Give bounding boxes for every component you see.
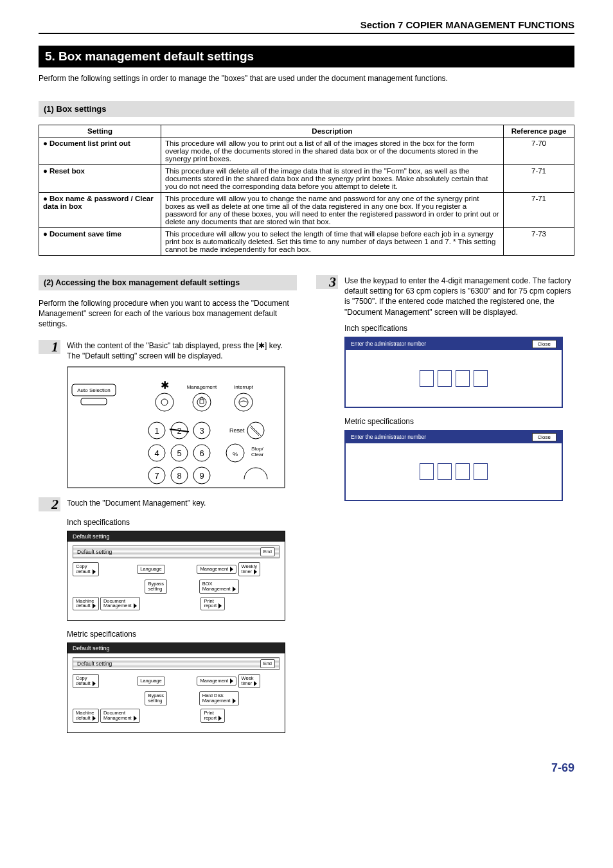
bullet-icon: ●: [43, 195, 49, 202]
document-management-button[interactable]: Document Management: [100, 709, 140, 723]
print-report-button[interactable]: Print report: [200, 709, 225, 723]
language-button[interactable]: Language: [137, 677, 164, 686]
access-para: Perform the following procedure when you…: [39, 298, 297, 330]
svg-text:4: 4: [154, 448, 159, 458]
week-timer-button[interactable]: Week timer: [238, 674, 261, 688]
bullet-icon: ●: [43, 139, 49, 147]
page-title-bar: 5. Box management default settings: [39, 46, 574, 67]
svg-text:6: 6: [199, 448, 204, 458]
settings-table: Setting Description Reference page ●Docu…: [39, 125, 574, 256]
svg-text:Stop/: Stop/: [251, 446, 263, 452]
code-digit[interactable]: [420, 370, 434, 387]
page-number: 7-69: [39, 761, 574, 775]
right-column: 3 Use the keypad to enter the 4-digit ma…: [316, 275, 574, 742]
table-row: ●Reset box This procedure will delete al…: [39, 165, 574, 193]
setting-ref: 7-71: [504, 193, 574, 228]
subheading-1: (1) Box settings: [39, 101, 574, 117]
metric-label: Metric specifications: [67, 630, 297, 639]
bullet-icon: ●: [43, 230, 49, 238]
setting-ref: 7-73: [504, 228, 574, 256]
step-number: 2: [51, 499, 58, 510]
screen-bar-label: Default setting: [77, 660, 112, 667]
auto-selection-label: Auto Selection: [77, 387, 111, 393]
reset-label: Reset: [229, 427, 245, 434]
setting-ref: 7-71: [504, 165, 574, 193]
setting-name: Reset box: [49, 167, 85, 175]
table-row: ●Box name & password / Clear data in box…: [39, 193, 574, 228]
svg-text:%: %: [233, 451, 238, 457]
svg-text:7: 7: [154, 471, 159, 481]
setting-desc: This procedure will delete all of the im…: [161, 165, 504, 193]
default-setting-screen-metric: Default setting Default setting End Copy…: [67, 642, 285, 733]
th-setting: Setting: [39, 125, 161, 137]
step-text: Touch the "Document Management" key.: [67, 497, 206, 511]
inch-label: Inch specifications: [344, 324, 574, 333]
code-digit[interactable]: [420, 463, 434, 480]
inch-label: Inch specifications: [67, 518, 297, 527]
setting-desc: This procedure will allow you to change …: [161, 193, 504, 228]
admin-prompt: Enter the administrator number: [351, 434, 426, 440]
code-digit[interactable]: [456, 463, 470, 480]
th-reference: Reference page: [504, 125, 574, 137]
step-3: 3 Use the keypad to enter the 4-digit ma…: [316, 275, 574, 317]
step-number-box: 2: [39, 497, 60, 511]
setting-name: Box name & password / Clear data in box: [43, 195, 154, 210]
admin-prompt: Enter the administrator number: [351, 341, 426, 347]
bypass-button[interactable]: Bypass setting: [145, 580, 167, 594]
metric-label: Metric specifications: [344, 417, 574, 426]
box-management-button[interactable]: BOX Management: [199, 580, 239, 594]
end-button[interactable]: End: [260, 659, 275, 668]
setting-desc: This procedure will allow you to print o…: [161, 137, 504, 165]
admin-code-screen-inch: Enter the administrator number Close: [344, 337, 563, 408]
step-number: 3: [329, 276, 336, 288]
end-button[interactable]: End: [260, 547, 275, 556]
close-button[interactable]: Close: [532, 433, 556, 441]
bypass-button[interactable]: Bypass setting: [145, 691, 167, 705]
code-digit[interactable]: [438, 463, 452, 480]
svg-text:Clear: Clear: [251, 452, 263, 457]
code-digit[interactable]: [474, 370, 488, 387]
management-button[interactable]: Management: [197, 677, 236, 686]
code-digit[interactable]: [474, 463, 488, 480]
th-description: Description: [161, 125, 504, 137]
control-panel-illustration: Auto Selection ✱ Management Interrupt 1 …: [67, 366, 285, 488]
step-number-box: 1: [39, 340, 60, 354]
admin-code-screen-metric: Enter the administrator number Close: [344, 430, 563, 501]
interrupt-label: Interrupt: [234, 384, 254, 390]
screen-bar-label: Default setting: [77, 549, 112, 555]
step-1: 1 With the content of the "Basic" tab di…: [39, 340, 297, 361]
table-row: ●Document save time This procedure will …: [39, 228, 574, 256]
screen-title: Default setting: [67, 531, 285, 542]
management-button[interactable]: Management: [197, 565, 236, 574]
bullet-icon: ●: [43, 167, 49, 175]
setting-name: Document list print out: [49, 139, 130, 147]
step-text: Use the keypad to enter the 4-digit mana…: [344, 275, 574, 317]
default-setting-screen-inch: Default setting Default setting End Copy…: [67, 531, 285, 621]
step-number-box: 3: [316, 275, 338, 289]
setting-ref: 7-70: [504, 137, 574, 165]
hard-disk-management-button[interactable]: Hard Disk Management: [199, 691, 239, 705]
copy-default-button[interactable]: Copy default: [73, 562, 99, 576]
svg-text:8: 8: [177, 471, 181, 481]
copy-default-button[interactable]: Copy default: [73, 674, 99, 688]
document-management-button[interactable]: Document Management: [100, 597, 140, 611]
svg-text:1: 1: [154, 426, 159, 436]
machine-default-button[interactable]: Machine default: [73, 709, 99, 723]
setting-desc: This procedure will allow you to select …: [161, 228, 504, 256]
close-button[interactable]: Close: [532, 340, 556, 348]
svg-text:3: 3: [199, 426, 204, 436]
code-digit[interactable]: [456, 370, 470, 387]
svg-text:9: 9: [199, 471, 204, 481]
svg-text:5: 5: [177, 448, 181, 458]
machine-default-button[interactable]: Machine default: [73, 597, 99, 611]
step-text: With the content of the "Basic" tab disp…: [67, 340, 297, 361]
intro-text: Perform the following settings in order …: [39, 74, 574, 83]
print-report-button[interactable]: Print report: [200, 597, 225, 611]
step-number: 1: [51, 341, 58, 353]
language-button[interactable]: Language: [137, 565, 164, 574]
section-header: Section 7 COPIER MANAGEMENT FUNCTIONS: [39, 19, 574, 34]
weekly-timer-button[interactable]: Weekly timer: [238, 562, 261, 576]
code-digit[interactable]: [438, 370, 452, 387]
table-row: ●Document list print out This procedure …: [39, 137, 574, 165]
screen-title: Default setting: [67, 643, 285, 653]
